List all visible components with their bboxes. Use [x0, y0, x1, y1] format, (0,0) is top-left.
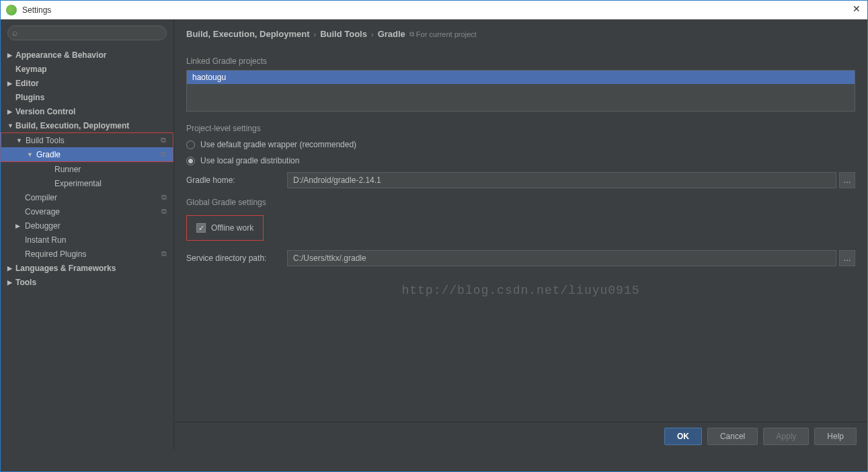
- service-dir-input[interactable]: [287, 250, 836, 266]
- sidebar-item-gradle[interactable]: ▼Gradle⧉: [1, 147, 173, 161]
- breadcrumb-build-tools: Build Tools: [320, 29, 367, 39]
- offline-work-checkbox[interactable]: ✓ Offline work: [194, 219, 256, 237]
- sidebar-item-coverage[interactable]: Coverage⧉: [1, 204, 173, 219]
- sidebar: ▶Appearance & Behavior Keymap ▶Editor Pl…: [1, 19, 174, 450]
- radio-icon: [186, 157, 195, 165]
- copy-icon: ⧉: [161, 193, 167, 202]
- settings-tree: ▶Appearance & Behavior Keymap ▶Editor Pl…: [1, 46, 173, 450]
- linked-projects-list[interactable]: haotougu: [186, 70, 855, 112]
- chevron-right-icon: ›: [371, 30, 374, 38]
- browse-button[interactable]: …: [839, 172, 855, 188]
- dialog-footer: OK Cancel Apply Help: [174, 422, 867, 450]
- ok-button[interactable]: OK: [664, 428, 702, 445]
- copy-icon: ⧉: [161, 150, 166, 159]
- sidebar-item-tools[interactable]: ▶Tools: [1, 275, 173, 289]
- sidebar-item-languages[interactable]: ▶Languages & Frameworks: [1, 261, 173, 275]
- sidebar-item-experimental[interactable]: Experimental: [1, 176, 173, 190]
- sidebar-item-editor[interactable]: ▶Editor: [1, 76, 173, 90]
- breadcrumb-build: Build, Execution, Deployment: [186, 29, 309, 39]
- copy-icon: ⧉: [161, 136, 166, 145]
- breadcrumb: Build, Execution, Deployment › Build Too…: [174, 19, 867, 44]
- browse-button[interactable]: …: [839, 250, 855, 266]
- breadcrumb-gradle: Gradle: [378, 29, 405, 39]
- sidebar-item-version-control[interactable]: ▶Version Control: [1, 104, 173, 118]
- service-dir-label: Service directory path:: [186, 253, 287, 263]
- sidebar-item-compiler[interactable]: Compiler⧉: [1, 190, 173, 204]
- chevron-down-icon: ▼: [7, 122, 13, 129]
- apply-button[interactable]: Apply: [763, 428, 809, 445]
- linked-projects-label: Linked Gradle projects: [186, 56, 855, 66]
- chevron-right-icon: ▶: [7, 52, 12, 58]
- help-button[interactable]: Help: [814, 428, 857, 445]
- checkbox-icon: ✓: [196, 223, 206, 233]
- close-icon[interactable]: ✕: [853, 3, 861, 14]
- global-settings-label: Global Gradle settings: [186, 198, 855, 207]
- sidebar-item-runner[interactable]: Runner: [1, 162, 173, 176]
- radio-default-label: Use default gradle wrapper (recommended): [200, 140, 356, 149]
- sidebar-item-build-tools[interactable]: ▼Build Tools⧉: [1, 133, 173, 147]
- gradle-home-label: Gradle home:: [186, 175, 287, 185]
- chevron-down-icon: ▼: [16, 137, 22, 144]
- highlight-offline-work: ✓ Offline work: [186, 215, 264, 241]
- chevron-right-icon: ›: [313, 30, 316, 38]
- highlight-build-tools-gradle: ▼Build Tools⧉ ▼Gradle⧉: [1, 132, 173, 162]
- chevron-down-icon: ▼: [27, 151, 33, 158]
- gradle-home-input[interactable]: [287, 172, 836, 188]
- cancel-button[interactable]: Cancel: [707, 428, 758, 445]
- sidebar-item-required-plugins[interactable]: Required Plugins⧉: [1, 247, 173, 261]
- sidebar-item-build[interactable]: ▼Build, Execution, Deployment: [1, 118, 173, 132]
- watermark-text: http://blog.csdn.net/liuyu0915: [401, 284, 639, 297]
- chevron-right-icon: ▶: [7, 108, 12, 115]
- sidebar-item-appearance[interactable]: ▶Appearance & Behavior: [1, 48, 173, 62]
- copy-icon: ⧉: [409, 30, 414, 38]
- radio-local-distribution[interactable]: Use local gradle distribution: [186, 156, 855, 165]
- sidebar-item-keymap[interactable]: Keymap: [1, 62, 173, 76]
- radio-default-wrapper[interactable]: Use default gradle wrapper (recommended): [186, 140, 855, 149]
- radio-local-label: Use local gradle distribution: [200, 156, 299, 165]
- sidebar-item-instant-run[interactable]: Instant Run: [1, 233, 173, 247]
- project-level-label: Project-level settings: [186, 124, 855, 133]
- chevron-right-icon: ▶: [7, 80, 12, 87]
- search-input[interactable]: [7, 26, 167, 40]
- app-icon: [6, 5, 17, 15]
- chevron-right-icon: ▶: [15, 223, 20, 229]
- window-title: Settings: [22, 5, 51, 15]
- titlebar: Settings ✕: [1, 1, 867, 19]
- chevron-right-icon: ▶: [7, 279, 12, 286]
- sidebar-item-plugins[interactable]: Plugins: [1, 90, 173, 104]
- radio-icon: [186, 141, 195, 149]
- chevron-right-icon: ▶: [7, 265, 12, 272]
- offline-work-label: Offline work: [211, 223, 253, 233]
- scope-label: ⧉For current project: [409, 30, 477, 38]
- copy-icon: ⧉: [161, 207, 167, 216]
- project-item[interactable]: haotougu: [187, 71, 855, 84]
- content-panel: Build, Execution, Deployment › Build Too…: [174, 19, 867, 450]
- copy-icon: ⧉: [161, 249, 167, 258]
- sidebar-item-debugger[interactable]: ▶Debugger: [1, 219, 173, 233]
